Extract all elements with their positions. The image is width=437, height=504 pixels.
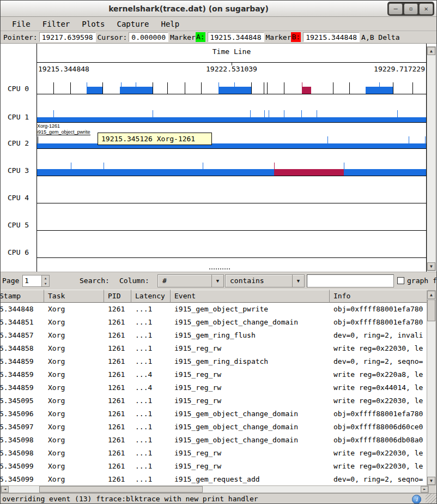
table-hscrollbar[interactable]: ◄ ► — [1, 485, 429, 493]
cell: 1261 — [104, 329, 131, 342]
cpu-run-bar[interactable] — [37, 143, 426, 148]
table-row[interactable]: 5.344851Xorg1261...1i915_gem_object_chan… — [1, 316, 429, 329]
info-icon[interactable]: i — [412, 495, 421, 504]
search-input[interactable] — [307, 274, 394, 287]
scroll-down-icon[interactable]: ▼ — [427, 477, 435, 485]
cursor-value: 0.000000 — [129, 32, 168, 42]
cell: 5.345097 — [1, 421, 44, 434]
table-row[interactable]: 5.345097Xorg1261...1i915_gem_object_chan… — [1, 421, 429, 434]
event-tick — [185, 82, 185, 94]
scroll-down-icon[interactable]: ▼ — [427, 262, 435, 271]
scroll-up-icon[interactable]: ▲ — [427, 291, 435, 299]
minimize-icon[interactable]: – — [389, 3, 403, 15]
column-header-latency[interactable]: Latency — [131, 290, 171, 303]
column-select[interactable]: # ▼ — [157, 274, 224, 287]
status-bar: overriding event (13) ftrace:blktrace wi… — [1, 493, 436, 504]
page-spin-buttons[interactable]: ▲ ▼ — [41, 275, 49, 286]
status-message: overriding event (13) ftrace:blktrace wi… — [2, 495, 258, 503]
table-row[interactable]: 5.344859Xorg1261...1i915_gem_ring_dispat… — [1, 355, 429, 368]
resize-grip-icon[interactable] — [426, 494, 436, 504]
cpu-plot-area[interactable] — [37, 44, 427, 272]
table-scrollbar[interactable]: ▲ ▼ — [427, 290, 436, 485]
scroll-left-icon[interactable]: ◄ — [1, 486, 9, 493]
scroll-right-icon[interactable]: ► — [421, 486, 428, 493]
close-icon[interactable]: ✕ — [419, 3, 433, 15]
event-tick — [251, 82, 252, 94]
table-row[interactable]: 5.344859Xorg1261...4i915_reg_rwwrite reg… — [1, 381, 429, 394]
column-label: Column: — [119, 277, 149, 285]
cell: Xorg — [44, 434, 104, 447]
column-header-info[interactable]: Info — [330, 290, 429, 303]
cpu-run-bar[interactable] — [37, 169, 426, 176]
cell: i915_gem_object_change_domain — [171, 316, 330, 329]
hscroll-thumb[interactable] — [39, 486, 203, 493]
table-row[interactable]: 5.345095Xorg1261...1i915_reg_rwwrite reg… — [1, 394, 429, 407]
kernelshark-window: kernelshark(trace.dat) (on sugarbay) – ▫… — [0, 0, 437, 504]
cell: i915_reg_rw — [171, 342, 330, 355]
cpu-label: CPU 1 — [1, 112, 34, 122]
splitter-handle[interactable] — [209, 268, 230, 271]
page-value[interactable]: 1 — [25, 277, 29, 285]
task-segment[interactable] — [302, 87, 312, 94]
column-header-event[interactable]: Event — [171, 290, 330, 303]
spin-up-icon[interactable]: ▲ — [42, 275, 49, 281]
cell: 5.345095 — [1, 394, 44, 407]
table-row[interactable]: 5.344859Xorg1261...4i915_reg_rwwrite reg… — [1, 368, 429, 381]
maximize-icon[interactable]: ▫ — [404, 3, 418, 15]
cell: 1261 — [104, 421, 131, 434]
event-tick — [71, 163, 71, 169]
scroll-up-icon[interactable]: ▲ — [427, 47, 435, 55]
cell: Xorg — [44, 473, 104, 485]
column-header-pid[interactable]: PID — [104, 290, 131, 303]
cell: Xorg — [44, 381, 104, 394]
cell: 1261 — [104, 394, 131, 407]
cell: Xorg — [44, 421, 104, 434]
table-row[interactable]: 5.345098Xorg1261...1i915_reg_rwwrite reg… — [1, 447, 429, 460]
menu-file[interactable]: File — [6, 18, 37, 30]
cell: ...1 — [131, 342, 171, 355]
menu-capture[interactable]: Capture — [111, 18, 155, 30]
cpu-baseline — [37, 257, 426, 258]
menu-help[interactable]: Help — [155, 18, 185, 30]
cell: 5.345099 — [1, 460, 44, 473]
chevron-down-icon[interactable]: ▼ — [292, 275, 304, 287]
table-row[interactable]: 5.345099Xorg1261...1i915_reg_rwwrite reg… — [1, 460, 429, 473]
event-tick — [269, 110, 269, 117]
cell: dev=0, ring=2, seqno= — [330, 473, 429, 485]
cell: i915_gem_request_add — [171, 473, 330, 485]
spin-down-icon[interactable]: ▼ — [42, 281, 49, 286]
table-row[interactable]: 5.344858Xorg1261...1i915_reg_rwwrite reg… — [1, 342, 429, 355]
delta-label: A,B Delta — [360, 33, 401, 41]
cell: Xorg — [44, 303, 104, 316]
event-tick — [136, 82, 136, 94]
marker-a-chip: A: — [196, 32, 205, 42]
task-segment[interactable] — [274, 169, 344, 176]
chevron-down-icon[interactable]: ▼ — [211, 275, 223, 287]
menu-filter[interactable]: Filter — [37, 18, 76, 30]
table-row[interactable]: 5.344848Xorg1261...1i915_gem_object_pwri… — [1, 303, 429, 316]
table-row[interactable]: 5.345099Xorg1261...1i915_gem_request_add… — [1, 473, 429, 485]
menu-plots[interactable]: Plots — [76, 18, 111, 30]
page-spinbox[interactable]: 1 ▲ ▼ — [22, 275, 50, 287]
graph-scrollbar[interactable]: ▲ ▼ — [427, 46, 436, 271]
column-header-stamp[interactable]: Stamp — [1, 290, 44, 303]
table-row[interactable]: 5.345098Xorg1261...1i915_gem_object_chan… — [1, 434, 429, 447]
cpu-baseline — [37, 203, 426, 203]
graph-follows-checkbox[interactable] — [397, 277, 404, 284]
column-header-task[interactable]: Task — [44, 290, 104, 303]
cpu-run-bar[interactable] — [37, 117, 426, 122]
task-segment[interactable] — [87, 87, 102, 94]
cell: ...1 — [131, 434, 171, 447]
title-bar[interactable]: kernelshark(trace.dat) (on sugarbay) – ▫… — [1, 1, 436, 17]
info-bar: Pointer: 19217.639598 Cursor: 0.000000 M… — [1, 31, 436, 43]
cell: i915_reg_rw — [171, 368, 330, 381]
event-tick — [121, 82, 122, 94]
event-tick — [349, 82, 350, 94]
table-row[interactable]: 5.344857Xorg1261...1i915_gem_ring_flushd… — [1, 329, 429, 342]
match-select[interactable]: contains ▼ — [225, 274, 305, 287]
table-scroll-thumb[interactable] — [427, 299, 435, 321]
timeline-graph[interactable]: Time Line 19215.344848 19222.531039 1922… — [1, 43, 436, 272]
event-tick — [397, 110, 398, 117]
table-row[interactable]: 5.345096Xorg1261...1i915_gem_object_chan… — [1, 407, 429, 421]
event-tick — [379, 82, 380, 94]
